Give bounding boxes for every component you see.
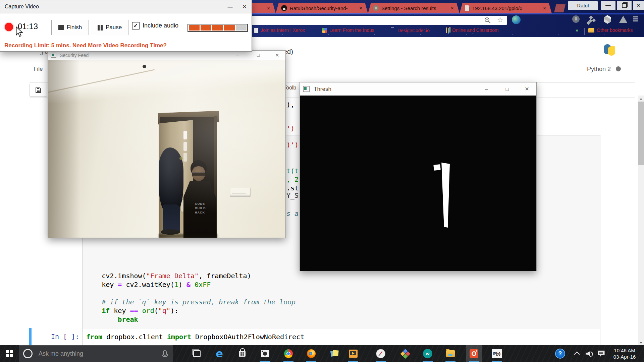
start-button[interactable] bbox=[3, 345, 16, 362]
pause-button[interactable]: Pause bbox=[91, 20, 128, 35]
video-player-icon[interactable] bbox=[346, 345, 361, 362]
window-minimize-button[interactable]: — bbox=[601, 1, 615, 10]
code-fragment: ), bbox=[286, 101, 294, 109]
firefox-icon[interactable] bbox=[304, 345, 319, 362]
globe-extension-icon[interactable] bbox=[512, 15, 521, 24]
taskbar[interactable]: Ask me anything e bbox=[0, 345, 644, 362]
sticky-notes-icon[interactable] bbox=[327, 345, 342, 362]
security-feed-title: Security Feed bbox=[60, 53, 89, 58]
photos-icon[interactable] bbox=[258, 345, 272, 362]
capture-video-window[interactable]: Capture Video — ✕ 01:13 Finish Pause ✓ I… bbox=[0, 0, 252, 52]
ipython-icon[interactable]: IP[y]: bbox=[490, 345, 504, 362]
browser-tab-2[interactable]: RatulGhosh/Security-and- ✕ bbox=[276, 3, 368, 13]
bookmark-item[interactable]: Join as Intern | Xerox bbox=[254, 27, 305, 33]
scrollbar-down-arrow[interactable]: ▼ bbox=[638, 341, 644, 345]
help-tray-icon[interactable]: ? bbox=[553, 345, 568, 362]
bookmark-star-icon[interactable]: ☆ bbox=[497, 16, 503, 24]
include-audio-control[interactable]: ✓ Include audio bbox=[132, 22, 178, 29]
bookmark-favicon bbox=[446, 27, 447, 33]
bookmarks-overflow-chevron[interactable]: » bbox=[576, 27, 578, 33]
mic-icon[interactable] bbox=[162, 350, 168, 357]
scrollbar-up-arrow[interactable]: ▲ bbox=[638, 96, 644, 100]
light-vignette bbox=[48, 60, 285, 238]
zoom-magnifier-icon[interactable] bbox=[484, 17, 491, 24]
minimize-icon[interactable]: — bbox=[223, 4, 237, 10]
tab-close-icon[interactable]: ✕ bbox=[450, 6, 454, 11]
bookmark-favicon bbox=[254, 28, 258, 33]
window-restore-button[interactable] bbox=[617, 1, 632, 10]
new-tab-button[interactable] bbox=[554, 4, 566, 12]
code-fragment: .st bbox=[286, 184, 299, 192]
compass-browser-icon[interactable] bbox=[373, 345, 388, 362]
next-cell-code[interactable]: from dropbox.client import DropboxOAuth2… bbox=[86, 333, 304, 341]
other-bookmarks-button[interactable]: Other bookmarks bbox=[588, 27, 633, 33]
thresh-canvas bbox=[300, 96, 536, 271]
finish-button[interactable]: Finish bbox=[51, 20, 89, 35]
security-feed-window[interactable]: Security Feed – □ ✕ CODE BUILD HACK bbox=[48, 50, 286, 238]
bookmark-item[interactable]: Online and Classroom bbox=[446, 27, 499, 33]
edge-icon[interactable]: e bbox=[212, 345, 227, 362]
record-dot-icon bbox=[5, 23, 13, 31]
task-view-button[interactable] bbox=[190, 345, 204, 362]
window-close-button[interactable]: ✕ bbox=[633, 1, 644, 10]
meter-segment bbox=[224, 25, 235, 31]
scrollbar-thumb[interactable] bbox=[638, 102, 644, 165]
bookmark-item[interactable]: Learn From the Indus bbox=[322, 27, 374, 33]
badge-zero-extension-icon[interactable]: 0 bbox=[572, 15, 580, 23]
thresh-window[interactable]: Thresh – □ ✕ bbox=[300, 82, 537, 271]
bookmark-label: Learn From the Indus bbox=[329, 27, 374, 33]
bookmark-label: DesignCoder.io bbox=[397, 28, 430, 33]
browser-tab-4[interactable]: 192.168.43.201/gpio/0 ✕ bbox=[460, 3, 552, 13]
menu-file[interactable]: File bbox=[34, 66, 43, 72]
tab-label: RatulGhosh/Security-and- bbox=[290, 5, 356, 11]
menu-hamburger-icon[interactable] bbox=[633, 16, 638, 17]
maximize-icon[interactable]: □ bbox=[497, 86, 518, 92]
drive-extension-icon[interactable] bbox=[619, 16, 627, 23]
camera-app-icon bbox=[470, 349, 478, 358]
close-icon[interactable]: ✕ bbox=[518, 86, 536, 92]
cube-extension-icon[interactable] bbox=[604, 15, 611, 24]
capture-titlebar[interactable]: Capture Video — ✕ bbox=[0, 0, 252, 13]
taskbar-clock[interactable]: 10:46 AM 03-Apr-16 bbox=[608, 345, 641, 362]
chrome-icon[interactable] bbox=[281, 345, 296, 362]
tray-chevron-up[interactable] bbox=[571, 345, 583, 362]
page-scrollbar[interactable]: ▲ ▼ bbox=[638, 96, 644, 345]
store-icon[interactable] bbox=[235, 345, 250, 362]
save-button[interactable] bbox=[30, 84, 47, 97]
tab-close-icon[interactable]: ✕ bbox=[543, 6, 546, 11]
close-icon[interactable]: ✕ bbox=[269, 53, 285, 58]
minimize-icon[interactable]: – bbox=[476, 86, 497, 93]
designer-diamond-icon[interactable] bbox=[398, 345, 413, 362]
address-bar[interactable]: ☆ bbox=[249, 16, 507, 25]
opencv-window-icon bbox=[303, 86, 310, 92]
action-center-icon[interactable] bbox=[594, 345, 608, 362]
tab-label: 192.168.43.201/gpio/0 bbox=[472, 5, 540, 11]
cortana-search-box[interactable]: Ask me anything bbox=[19, 345, 173, 362]
browser-tab-3[interactable]: Settings - Search results ✕ bbox=[368, 3, 460, 13]
code-fragment: , 2 bbox=[286, 175, 299, 183]
maximize-icon[interactable]: □ bbox=[248, 53, 269, 58]
checkbox-checked-icon[interactable]: ✓ bbox=[132, 22, 140, 29]
finish-label: Finish bbox=[67, 24, 82, 31]
profile-button[interactable]: Ratul bbox=[568, 1, 598, 10]
bookmark-item[interactable]: DesignCoder.io bbox=[391, 27, 430, 33]
cell-prompt: In [ ]: bbox=[51, 333, 79, 341]
capture-title: Capture Video bbox=[5, 4, 39, 10]
other-bookmarks-label: Other bookmarks bbox=[597, 27, 633, 33]
minimize-icon[interactable]: – bbox=[227, 52, 248, 58]
close-icon[interactable]: ✕ bbox=[237, 4, 252, 10]
meter-segment bbox=[201, 25, 211, 31]
tab-close-icon[interactable]: ✕ bbox=[267, 6, 270, 11]
arduino-icon[interactable]: ∞ bbox=[420, 345, 435, 362]
dropbox-extension-icon[interactable] bbox=[589, 15, 593, 19]
kernel-name: Python 2 bbox=[587, 66, 611, 73]
security-feed-titlebar[interactable]: Security Feed – □ ✕ bbox=[48, 51, 285, 60]
bookmark-label: Online and Classroom bbox=[452, 27, 499, 33]
camera-app-button-active[interactable] bbox=[466, 345, 482, 362]
recording-limit-warning[interactable]: Recording Limit: 5 mins. Need More Video… bbox=[4, 42, 167, 49]
file-explorer-icon[interactable] bbox=[443, 345, 458, 362]
thresh-titlebar[interactable]: Thresh – □ ✕ bbox=[300, 82, 536, 96]
tab-close-icon[interactable]: ✕ bbox=[359, 6, 363, 11]
python-logo-icon bbox=[603, 44, 616, 56]
tab-label: Settings - Search results bbox=[381, 5, 447, 11]
